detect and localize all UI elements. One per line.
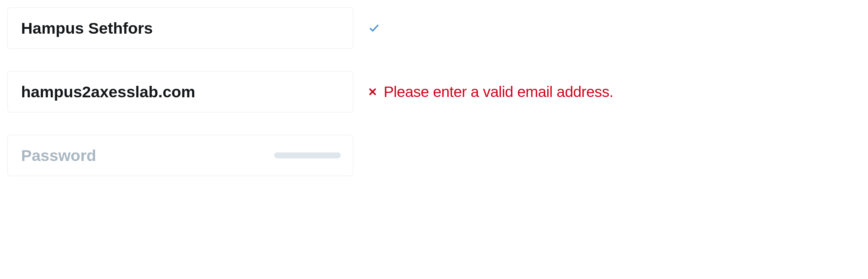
x-icon (367, 87, 378, 97)
email-row: Please enter a valid email address. (7, 71, 861, 112)
name-row (7, 7, 861, 49)
checkmark-icon (368, 22, 380, 34)
password-row (7, 135, 861, 176)
email-error-message: Please enter a valid email address. (384, 83, 613, 101)
password-wrapper (7, 135, 353, 176)
email-status: Please enter a valid email address. (364, 83, 613, 101)
name-status (364, 22, 380, 34)
name-input[interactable] (7, 7, 353, 49)
password-strength-bar (274, 152, 341, 158)
email-input[interactable] (7, 71, 353, 112)
signup-form: Please enter a valid email address. (7, 7, 861, 176)
